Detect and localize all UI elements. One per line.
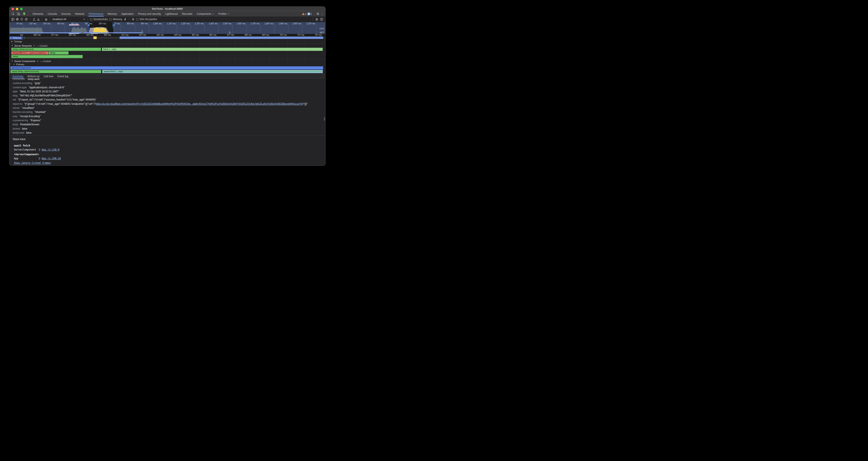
timeline-event-servercomponent[interactable]: ServerComponent [10,66,323,69]
react-icon: ⚛ [33,44,35,48]
tab-label: Elements [33,12,43,16]
clear-button[interactable] [25,18,28,21]
warnings-badge[interactable]: ! 1 [302,12,306,15]
live-metrics-home-icon[interactable] [44,18,48,21]
track-bar-row: delay (deferred text)fetch (.../api) [9,48,325,51]
record-and-reload-button[interactable] [20,18,23,21]
summary-row-body: bodyReadableStream [12,122,325,126]
minimize-window-button[interactable] [16,8,19,10]
tab-memory[interactable]: Memory [105,11,119,17]
source-location-link[interactable]: App.js:190:16 [42,157,61,160]
summary-key: transfer-encoding [12,111,32,114]
window-title: DevTools - localhost:3000/ [152,7,183,10]
summary-value: "{\"group\":\"cf-nel\",\"max_age\":60480… [24,103,308,106]
collapse-tracks-icon[interactable] [131,18,134,21]
summary-value: "Wed, 01 Oct 2025 18:32:01 GMT" [20,90,59,93]
collapse-triangle-icon: ▼ [11,44,13,48]
timeline-event-await-delay-deferred-text[interactable]: await delay (deferred text) [10,70,101,73]
tab-privacy-and-security[interactable]: Privacy and security [136,11,163,17]
tab-console[interactable]: Console [45,11,59,17]
timeline-event-fetch-api[interactable]: fetch (.../api) [102,48,323,51]
timeline-event-delay[interactable]: delay [49,51,68,55]
tab-profiler[interactable]: Profiler⚛ [216,11,231,17]
network-track-label[interactable]: ▶ Network [9,36,23,39]
tab-performance[interactable]: Performance [87,11,105,17]
frame-function: App [14,156,38,161]
issues-count: 1 [311,12,312,15]
record-button[interactable] [16,18,19,21]
ruler-tick: 687 ms [245,34,252,36]
track-grip-icon[interactable]: ⣿ [24,36,25,39]
collapse-triangle-icon: ▼ [13,63,15,66]
summary-row-connection: connection"keep-alive" [12,79,325,81]
summary-value: "Express" [30,119,41,122]
expand-triangle-icon: ▶ [11,40,12,43]
memory-checkbox[interactable]: Memory [110,18,122,21]
timeline-event-await-fetch-api[interactable]: await fetch (.../api) [102,70,323,73]
summary-row-etag: etag"W/\"4b1-RjEJloX9kRinu6F0MAZMmy6E5iA… [12,94,325,98]
report-to-url-link[interactable]: https://a.nel.cloudflare.com/report/v4?s… [95,103,303,106]
toggle-sidebar-icon[interactable] [11,18,14,21]
close-window-button[interactable] [11,8,14,10]
server-components-track-header[interactable]: ▼ Server Components ⚛ — Custom [9,59,325,63]
summary-key: connection [12,79,25,81]
issues-badge[interactable]: 1 [308,12,312,15]
load-profile-button[interactable] [33,18,35,21]
stack-frame: ServerComponent@ App.js:128:9 [12,148,325,152]
save-profile-button[interactable] [37,18,40,21]
tab-network[interactable]: Network [73,11,87,17]
timeline-tracks: ▶ Network ⣿ ▶ Timings ▼ Server Requests … [9,36,325,74]
tab-elements[interactable]: Elements [31,11,45,17]
network-track[interactable]: ▶ Network ⣿ [9,36,325,39]
scrollbar-thumb[interactable] [324,117,325,121]
history-select[interactable]: localhost #4 ▼ [53,18,85,21]
device-toolbar-icon[interactable] [16,11,21,16]
tab-recorder[interactable]: Recorder [180,11,194,17]
tab-label: Sources [61,12,71,16]
timings-track[interactable]: ▶ Timings [9,40,325,43]
tab-components[interactable]: Components⚛ [194,11,216,17]
titlebar: DevTools - localhost:3000/ [9,7,325,11]
summary-row-content-type: content-type"application/json; charset=u… [12,86,325,90]
timeline-event-delay[interactable]: delay [11,55,83,58]
timeline-event[interactable] [93,36,97,39]
tab-bottom-up[interactable]: Bottom-up [25,75,41,78]
timeline-event-delayederror-ayed-exception[interactable]: delayedError (...ayed exception) [11,51,48,55]
source-location-link[interactable]: App.js:128:9 [42,148,59,151]
settings-gear-icon[interactable]: ⚙ [316,12,319,16]
expand-triangle-icon: ▶ [10,37,12,39]
summary-row-bodyused: bodyUsedfalse [12,131,325,135]
frame-function: ServerComponent [14,148,38,152]
extension-gem-icon[interactable] [22,11,27,16]
timeline-event-delay-deferred-text[interactable]: delay (deferred text) [11,48,101,51]
tab-sources[interactable]: Sources [59,11,73,17]
summary-key: content-type [12,86,27,89]
capture-settings-gear-icon[interactable]: ⚙ [315,18,318,21]
tab-application[interactable]: Application [119,11,136,17]
collect-garbage-icon[interactable] [124,18,127,21]
primary-subgroup-header[interactable]: ▼ Primary [10,63,325,66]
dim-3rd-parties-checkbox[interactable]: Dim 3rd parties [136,18,157,21]
tab-summary[interactable]: Summary [10,75,25,78]
tab-call-tree[interactable]: Call tree [42,75,56,78]
overview-window-left-handle[interactable] [88,22,89,34]
screenshots-checkbox[interactable]: Screenshots [90,18,108,21]
track-bar-row: delay [9,55,325,58]
performance-toolbar: localhost #4 ▼ Screenshots Memory Dim 3r… [9,17,325,22]
inspect-element-icon[interactable] [11,11,16,16]
timeline-overview[interactable]: 97 ms197 ms297 ms397 ms497 ms597 ms697 m… [9,22,325,34]
kebab-menu-icon[interactable]: ⋮ [320,12,323,16]
show-ignore-listed-frames-link[interactable]: Show ignore-listed frames [14,162,51,165]
timeline-event[interactable] [120,36,323,39]
tab-event-log[interactable]: Event log [55,75,70,78]
ruler-tick: 717 ms [297,34,304,36]
server-requests-track-header[interactable]: ▼ Server Requests ⚛ — Custom [9,44,325,48]
zoom-window-button[interactable] [20,8,23,10]
tab-label: Application [121,12,134,16]
panel-tabs: ElementsConsoleSourcesNetworkPerformance… [31,11,231,17]
tab-lighthouse[interactable]: Lighthouse [163,11,180,17]
help-icon[interactable]: ? [320,18,323,21]
ruler-tick: 597 ms [86,34,93,36]
overview-network-bar [90,33,98,34]
overview-window-right-handle[interactable] [114,22,114,34]
